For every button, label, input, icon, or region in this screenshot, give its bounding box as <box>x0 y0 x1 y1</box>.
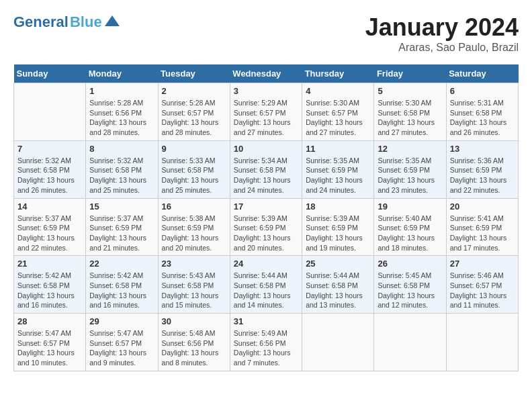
day-content: Sunrise: 5:29 AM Sunset: 6:57 PM Dayligh… <box>234 98 298 138</box>
day-cell: 10Sunrise: 5:34 AM Sunset: 6:58 PM Dayli… <box>230 140 302 198</box>
day-content: Sunrise: 5:32 AM Sunset: 6:58 PM Dayligh… <box>89 156 154 195</box>
day-cell: 6Sunrise: 5:31 AM Sunset: 6:58 PM Daylig… <box>446 83 518 141</box>
day-content: Sunrise: 5:42 AM Sunset: 6:58 PM Dayligh… <box>17 271 82 310</box>
day-cell: 14Sunrise: 5:37 AM Sunset: 6:59 PM Dayli… <box>14 198 86 256</box>
day-content: Sunrise: 5:47 AM Sunset: 6:57 PM Dayligh… <box>89 328 154 368</box>
day-number: 19 <box>378 201 442 212</box>
day-content: Sunrise: 5:46 AM Sunset: 6:57 PM Dayligh… <box>450 271 515 310</box>
day-cell: 26Sunrise: 5:45 AM Sunset: 6:58 PM Dayli… <box>374 256 446 314</box>
day-number: 23 <box>162 259 226 269</box>
day-cell: 30Sunrise: 5:48 AM Sunset: 6:56 PM Dayli… <box>158 314 230 371</box>
day-number: 4 <box>306 86 370 96</box>
day-number: 22 <box>89 259 154 269</box>
day-cell: 9Sunrise: 5:33 AM Sunset: 6:58 PM Daylig… <box>158 140 230 198</box>
day-number: 6 <box>450 86 515 96</box>
header-cell-sunday: Sunday <box>14 64 86 83</box>
month-title: January 2024 <box>365 13 519 42</box>
day-content: Sunrise: 5:49 AM Sunset: 6:56 PM Dayligh… <box>234 328 298 368</box>
day-cell: 13Sunrise: 5:36 AM Sunset: 6:59 PM Dayli… <box>446 140 518 198</box>
day-content: Sunrise: 5:39 AM Sunset: 6:59 PM Dayligh… <box>306 214 370 253</box>
day-cell: 5Sunrise: 5:30 AM Sunset: 6:58 PM Daylig… <box>374 83 446 141</box>
day-content: Sunrise: 5:30 AM Sunset: 6:58 PM Dayligh… <box>378 98 442 138</box>
day-number: 11 <box>306 144 370 154</box>
day-content: Sunrise: 5:48 AM Sunset: 6:56 PM Dayligh… <box>162 328 226 368</box>
day-cell: 8Sunrise: 5:32 AM Sunset: 6:58 PM Daylig… <box>86 140 158 198</box>
day-cell: 7Sunrise: 5:32 AM Sunset: 6:58 PM Daylig… <box>14 140 86 198</box>
day-content: Sunrise: 5:37 AM Sunset: 6:59 PM Dayligh… <box>89 214 154 253</box>
day-cell: 22Sunrise: 5:42 AM Sunset: 6:58 PM Dayli… <box>86 256 158 314</box>
day-number: 16 <box>162 201 226 212</box>
day-cell: 1Sunrise: 5:28 AM Sunset: 6:56 PM Daylig… <box>86 83 158 141</box>
day-content: Sunrise: 5:41 AM Sunset: 6:59 PM Dayligh… <box>450 214 515 253</box>
week-row-3: 14Sunrise: 5:37 AM Sunset: 6:59 PM Dayli… <box>14 198 519 256</box>
day-number: 18 <box>306 201 370 212</box>
day-cell: 19Sunrise: 5:40 AM Sunset: 6:59 PM Dayli… <box>374 198 446 256</box>
page-header: General Blue January 2024 Araras, Sao Pa… <box>13 13 519 54</box>
day-content: Sunrise: 5:28 AM Sunset: 6:56 PM Dayligh… <box>89 98 154 138</box>
day-content: Sunrise: 5:40 AM Sunset: 6:59 PM Dayligh… <box>378 214 442 253</box>
day-content: Sunrise: 5:43 AM Sunset: 6:58 PM Dayligh… <box>162 271 226 310</box>
day-content: Sunrise: 5:47 AM Sunset: 6:57 PM Dayligh… <box>17 328 82 368</box>
day-content: Sunrise: 5:37 AM Sunset: 6:59 PM Dayligh… <box>17 214 82 253</box>
day-content: Sunrise: 5:28 AM Sunset: 6:57 PM Dayligh… <box>162 98 226 138</box>
day-number: 9 <box>162 144 226 154</box>
day-number: 27 <box>450 259 515 269</box>
day-cell: 2Sunrise: 5:28 AM Sunset: 6:57 PM Daylig… <box>158 83 230 141</box>
week-row-5: 28Sunrise: 5:47 AM Sunset: 6:57 PM Dayli… <box>14 314 519 371</box>
header-cell-thursday: Thursday <box>302 64 374 83</box>
day-content: Sunrise: 5:38 AM Sunset: 6:59 PM Dayligh… <box>162 214 226 253</box>
day-number: 12 <box>378 144 442 154</box>
logo-icon <box>105 15 120 26</box>
day-cell: 27Sunrise: 5:46 AM Sunset: 6:57 PM Dayli… <box>446 256 518 314</box>
day-cell <box>446 314 518 371</box>
day-number: 25 <box>306 259 370 269</box>
day-cell: 18Sunrise: 5:39 AM Sunset: 6:59 PM Dayli… <box>302 198 374 256</box>
day-cell: 3Sunrise: 5:29 AM Sunset: 6:57 PM Daylig… <box>230 83 302 141</box>
day-number: 1 <box>89 86 154 96</box>
day-number: 15 <box>89 201 154 212</box>
logo-general: General <box>13 13 69 31</box>
calendar-table: SundayMondayTuesdayWednesdayThursdayFrid… <box>13 64 519 371</box>
day-number: 28 <box>17 316 82 326</box>
day-cell: 16Sunrise: 5:38 AM Sunset: 6:59 PM Dayli… <box>158 198 230 256</box>
header-cell-wednesday: Wednesday <box>230 64 302 83</box>
day-content: Sunrise: 5:34 AM Sunset: 6:58 PM Dayligh… <box>234 156 298 195</box>
day-number: 31 <box>234 316 298 326</box>
header-row: SundayMondayTuesdayWednesdayThursdayFrid… <box>14 64 519 83</box>
day-cell: 24Sunrise: 5:44 AM Sunset: 6:58 PM Dayli… <box>230 256 302 314</box>
day-cell: 29Sunrise: 5:47 AM Sunset: 6:57 PM Dayli… <box>86 314 158 371</box>
header-cell-saturday: Saturday <box>446 64 518 83</box>
calendar-header: SundayMondayTuesdayWednesdayThursdayFrid… <box>14 64 519 83</box>
day-content: Sunrise: 5:45 AM Sunset: 6:58 PM Dayligh… <box>378 271 442 310</box>
day-number: 24 <box>234 259 298 269</box>
day-number: 29 <box>89 316 154 326</box>
day-number: 10 <box>234 144 298 154</box>
day-cell: 21Sunrise: 5:42 AM Sunset: 6:58 PM Dayli… <box>14 256 86 314</box>
header-cell-tuesday: Tuesday <box>158 64 230 83</box>
header-cell-monday: Monday <box>86 64 158 83</box>
title-block: January 2024 Araras, Sao Paulo, Brazil <box>365 13 519 54</box>
logo-blue: Blue <box>70 13 102 31</box>
day-content: Sunrise: 5:30 AM Sunset: 6:57 PM Dayligh… <box>306 98 370 138</box>
day-cell: 23Sunrise: 5:43 AM Sunset: 6:58 PM Dayli… <box>158 256 230 314</box>
svg-marker-0 <box>105 15 120 26</box>
day-cell <box>302 314 374 371</box>
day-content: Sunrise: 5:35 AM Sunset: 6:59 PM Dayligh… <box>306 156 370 195</box>
day-number: 2 <box>162 86 226 96</box>
day-number: 3 <box>234 86 298 96</box>
day-cell: 28Sunrise: 5:47 AM Sunset: 6:57 PM Dayli… <box>14 314 86 371</box>
day-number: 14 <box>17 201 82 212</box>
day-cell: 20Sunrise: 5:41 AM Sunset: 6:59 PM Dayli… <box>446 198 518 256</box>
day-number: 26 <box>378 259 442 269</box>
day-number: 8 <box>89 144 154 154</box>
day-number: 30 <box>162 316 226 326</box>
location: Araras, Sao Paulo, Brazil <box>365 42 519 54</box>
day-content: Sunrise: 5:32 AM Sunset: 6:58 PM Dayligh… <box>17 156 82 195</box>
day-content: Sunrise: 5:44 AM Sunset: 6:58 PM Dayligh… <box>234 271 298 310</box>
day-content: Sunrise: 5:39 AM Sunset: 6:59 PM Dayligh… <box>234 214 298 253</box>
day-number: 17 <box>234 201 298 212</box>
day-cell: 17Sunrise: 5:39 AM Sunset: 6:59 PM Dayli… <box>230 198 302 256</box>
calendar-body: 1Sunrise: 5:28 AM Sunset: 6:56 PM Daylig… <box>14 83 519 371</box>
day-content: Sunrise: 5:36 AM Sunset: 6:59 PM Dayligh… <box>450 156 515 195</box>
day-content: Sunrise: 5:35 AM Sunset: 6:59 PM Dayligh… <box>378 156 442 195</box>
